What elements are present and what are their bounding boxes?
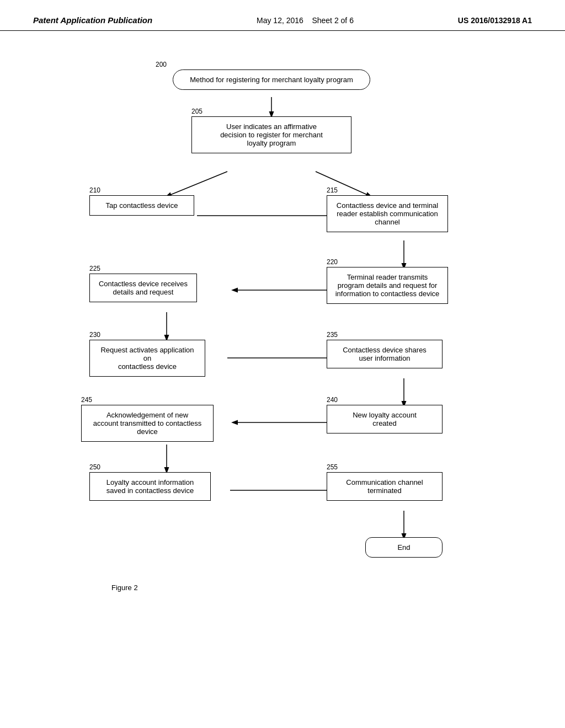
node-220: 220 Terminal reader transmits program de… [327, 267, 448, 304]
patent-number: US 2016/0132918 A1 [458, 16, 532, 25]
sheet-info: May 12, 2016 Sheet 2 of 6 [257, 16, 354, 25]
node-200: 200 Method for registering for merchant … [156, 69, 387, 90]
node-240-shape: New loyalty account created [327, 405, 443, 433]
publication-label: Patent Application Publication [33, 15, 152, 25]
diagram-area: 200 Method for registering for merchant … [0, 36, 565, 660]
node-240: 240 New loyalty account created [327, 405, 443, 433]
page-header: Patent Application Publication May 12, 2… [0, 0, 565, 31]
node-225-shape: Contactless device receives details and … [89, 274, 197, 302]
node-205-numlabel: 205 [191, 108, 202, 115]
node-225-label: Contactless device receives details and … [99, 280, 188, 296]
node-240-label: New loyalty account created [353, 411, 417, 427]
node-250-numlabel: 250 [89, 463, 100, 471]
node-235-numlabel: 235 [327, 331, 338, 339]
page: Patent Application Publication May 12, 2… [0, 0, 565, 728]
node-220-numlabel: 220 [327, 258, 338, 266]
node-255: 255 Communication channel terminated [327, 472, 443, 501]
node-205: 205 User indicates an affirmative decisi… [191, 116, 351, 153]
node-end: End [365, 537, 443, 558]
node-220-shape: Terminal reader transmits program detail… [327, 267, 448, 304]
node-235-shape: Contactless device shares user informati… [327, 340, 443, 368]
node-250-label: Loyalty account information saved in con… [106, 478, 194, 495]
svg-line-1 [167, 172, 227, 196]
node-200-shape: Method for registering for merchant loya… [173, 69, 370, 90]
node-230-shape: Request activates application on contact… [89, 340, 205, 377]
node-230-label: Request activates application on contact… [100, 346, 194, 371]
date-label: May 12, 2016 [257, 16, 303, 25]
node-end-label: End [397, 543, 410, 552]
node-255-shape: Communication channel terminated [327, 472, 443, 501]
node-210-label: Tap contactless device [106, 201, 178, 210]
node-215-label: Contactless device and terminal reader e… [337, 201, 438, 226]
node-250-shape: Loyalty account information saved in con… [89, 472, 211, 501]
node-205-label: User indicates an affirmative decision t… [220, 122, 323, 147]
node-200-label: Method for registering for merchant loya… [190, 76, 353, 84]
node-215-shape: Contactless device and terminal reader e… [327, 195, 448, 232]
node-225: 225 Contactless device receives details … [89, 274, 197, 302]
node-205-shape: User indicates an affirmative decision t… [191, 116, 351, 153]
node-200-numlabel: 200 [156, 61, 167, 68]
node-245-label: Acknowledgement of new account transmitt… [93, 411, 202, 436]
node-255-label: Communication channel terminated [346, 478, 423, 495]
node-245-shape: Acknowledgement of new account transmitt… [81, 405, 214, 442]
node-210-shape: Tap contactless device [89, 195, 194, 216]
node-230: 230 Request activates application on con… [89, 340, 205, 377]
node-240-numlabel: 240 [327, 396, 338, 404]
node-end-shape: End [365, 537, 443, 558]
figure-label: Figure 2 [111, 582, 138, 592]
svg-line-2 [316, 172, 371, 196]
sheet-label: Sheet 2 of 6 [312, 16, 354, 25]
node-250: 250 Loyalty account information saved in… [89, 472, 211, 501]
node-210: 210 Tap contactless device [89, 195, 194, 216]
node-235-label: Contactless device shares user informati… [343, 346, 427, 362]
flowchart-container: 200 Method for registering for merchant … [56, 53, 509, 660]
figure-label-text: Figure 2 [111, 584, 138, 592]
node-255-numlabel: 255 [327, 463, 338, 471]
node-220-label: Terminal reader transmits program detail… [335, 273, 440, 298]
node-225-numlabel: 225 [89, 265, 100, 272]
node-215: 215 Contactless device and terminal read… [327, 195, 448, 232]
node-230-numlabel: 230 [89, 331, 100, 339]
node-235: 235 Contactless device shares user infor… [327, 340, 443, 368]
node-245-numlabel: 245 [81, 396, 92, 404]
node-245: 245 Acknowledgement of new account trans… [81, 405, 214, 442]
node-215-numlabel: 215 [327, 186, 338, 194]
node-210-numlabel: 210 [89, 186, 100, 194]
